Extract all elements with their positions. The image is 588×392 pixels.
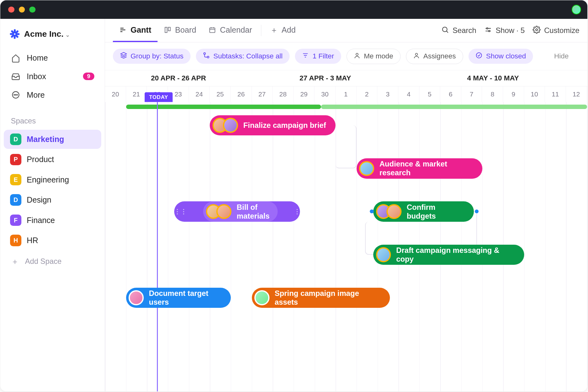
day-header[interactable]: 2 bbox=[357, 86, 378, 102]
tab-board[interactable]: Board bbox=[158, 19, 202, 42]
svg-point-27 bbox=[415, 53, 418, 55]
capacity-bar-planned bbox=[321, 105, 587, 109]
show-button[interactable]: Show · 5 bbox=[484, 26, 525, 35]
plus-icon: ＋ bbox=[270, 26, 278, 34]
svg-point-21 bbox=[204, 53, 206, 55]
gantt-task[interactable]: Draft campaign messaging & copy bbox=[373, 245, 524, 265]
dependency-line bbox=[336, 125, 357, 168]
filter-show-closed[interactable]: Show closed bbox=[469, 49, 533, 64]
sidebar-space-product[interactable]: PProduct bbox=[4, 150, 101, 169]
window-minimize-button[interactable] bbox=[19, 7, 25, 13]
day-header[interactable]: 27 bbox=[252, 86, 273, 102]
window-zoom-button[interactable] bbox=[29, 7, 36, 13]
nav-inbox[interactable]: Inbox 9 bbox=[5, 67, 100, 86]
filter-count[interactable]: 1 Filter bbox=[295, 49, 341, 64]
plus-icon: ＋ bbox=[10, 256, 20, 267]
gantt-task[interactable]: Confirm budgets bbox=[373, 201, 474, 221]
gridline bbox=[566, 102, 566, 391]
customize-button[interactable]: Customize bbox=[533, 26, 580, 35]
milestone-dot[interactable] bbox=[475, 210, 479, 214]
gridline bbox=[357, 102, 357, 391]
filter-subtasks-label: Subtasks: Collapse all bbox=[214, 52, 283, 60]
space-label: Marketing bbox=[27, 135, 64, 144]
gridline bbox=[105, 102, 105, 391]
day-header[interactable]: 1 bbox=[336, 86, 357, 102]
svg-point-17 bbox=[486, 28, 488, 29]
day-header[interactable]: 4 bbox=[398, 86, 419, 102]
nav-home[interactable]: Home bbox=[5, 49, 100, 67]
day-header[interactable]: 28 bbox=[273, 86, 294, 102]
day-header[interactable]: 10 bbox=[524, 86, 545, 102]
workspace-name: Acme Inc. bbox=[24, 29, 64, 39]
window-titlebar bbox=[0, 0, 587, 19]
sliders-icon bbox=[484, 26, 492, 35]
sidebar-space-finance[interactable]: FFinance bbox=[4, 210, 101, 230]
add-space-button[interactable]: ＋ Add Space bbox=[0, 251, 105, 272]
day-header[interactable]: 12 bbox=[566, 86, 587, 102]
gear-icon bbox=[533, 26, 541, 35]
spaces-section-label: Spaces bbox=[0, 110, 105, 129]
filter-assignees-label: Assignees bbox=[423, 52, 456, 60]
svg-point-26 bbox=[356, 53, 358, 55]
day-header[interactable]: 30 bbox=[314, 86, 336, 102]
day-header[interactable]: 3 bbox=[377, 86, 398, 102]
tab-gantt[interactable]: Gantt bbox=[113, 19, 157, 42]
person-icon bbox=[354, 52, 360, 61]
nav-more-label: More bbox=[27, 90, 45, 100]
gantt-task[interactable]: Audience & market research bbox=[357, 158, 482, 178]
drag-handle-icon[interactable]: ⋮⋮ bbox=[174, 201, 186, 221]
svg-point-28 bbox=[476, 53, 482, 58]
day-header[interactable]: 26 bbox=[231, 86, 252, 102]
day-header[interactable]: 29 bbox=[294, 86, 315, 102]
capacity-bar-filled bbox=[126, 105, 321, 109]
tab-calendar[interactable]: Calendar bbox=[202, 19, 258, 42]
gantt-task[interactable]: Spring campaign image assets bbox=[252, 288, 390, 308]
gridline bbox=[252, 102, 252, 391]
day-header[interactable]: 25 bbox=[210, 86, 231, 102]
gantt-task[interactable]: Document target users bbox=[126, 288, 231, 308]
layers-icon bbox=[120, 52, 127, 61]
day-header[interactable]: 21 bbox=[126, 86, 147, 102]
search-icon bbox=[441, 26, 449, 35]
sidebar: Acme Inc.⌄ Home Inbox 9 More Spaces DMar bbox=[0, 19, 105, 392]
nav-more[interactable]: More bbox=[5, 86, 100, 104]
day-header[interactable]: 6 bbox=[440, 86, 461, 102]
filter-assignees[interactable]: Assignees bbox=[406, 49, 463, 64]
day-header[interactable]: 5 bbox=[419, 86, 441, 102]
filter-group-by[interactable]: Group by: Status bbox=[113, 49, 190, 64]
window-close-button[interactable] bbox=[8, 7, 14, 13]
filter-me-mode[interactable]: Me mode bbox=[347, 49, 401, 64]
day-header[interactable]: 11 bbox=[545, 86, 566, 102]
search-button[interactable]: Search bbox=[441, 26, 476, 35]
gantt-timeline[interactable]: 20 APR - 26 APR27 APR - 3 MAY4 MAY - 10 … bbox=[105, 70, 587, 391]
drag-handle-icon[interactable]: ⋮⋮ bbox=[294, 201, 307, 221]
tab-add-view[interactable]: ＋ Add bbox=[264, 19, 302, 42]
filter-hide[interactable]: Hide bbox=[547, 49, 576, 63]
assignee-avatar bbox=[359, 161, 374, 176]
filter-subtasks[interactable]: Subtasks: Collapse all bbox=[196, 49, 290, 64]
milestone-dot[interactable] bbox=[370, 210, 374, 214]
tab-gantt-label: Gantt bbox=[130, 25, 151, 35]
gantt-task[interactable]: Finalize campaign brief bbox=[210, 115, 336, 135]
day-header[interactable]: 7 bbox=[461, 86, 482, 102]
workspace-switcher[interactable]: Acme Inc.⌄ bbox=[0, 22, 105, 46]
gantt-task[interactable]: ⋮⋮Bill of materials⋮⋮ bbox=[174, 201, 300, 221]
space-color-icon: H bbox=[10, 235, 21, 246]
sidebar-space-design[interactable]: DDesign bbox=[4, 190, 101, 210]
day-header[interactable]: 20 bbox=[105, 86, 126, 102]
sidebar-space-engineering[interactable]: EEngineering bbox=[4, 170, 101, 189]
day-header[interactable]: 9 bbox=[503, 86, 524, 102]
space-color-icon: F bbox=[10, 215, 21, 226]
current-user-avatar[interactable] bbox=[572, 5, 581, 14]
space-label: Engineering bbox=[27, 175, 69, 184]
sidebar-space-marketing[interactable]: DMarketing bbox=[4, 130, 101, 149]
assignee-avatar bbox=[129, 290, 144, 305]
svg-point-2 bbox=[15, 95, 16, 95]
day-header[interactable]: 24 bbox=[189, 86, 210, 102]
main-content: Gantt Board Calendar ＋ Add bbox=[105, 19, 587, 392]
day-header[interactable]: 8 bbox=[482, 86, 503, 102]
gridline bbox=[294, 102, 294, 391]
filter-group-label: Group by: Status bbox=[130, 52, 183, 60]
tab-add-label: Add bbox=[281, 25, 296, 35]
sidebar-space-hr[interactable]: HHR bbox=[4, 231, 101, 250]
